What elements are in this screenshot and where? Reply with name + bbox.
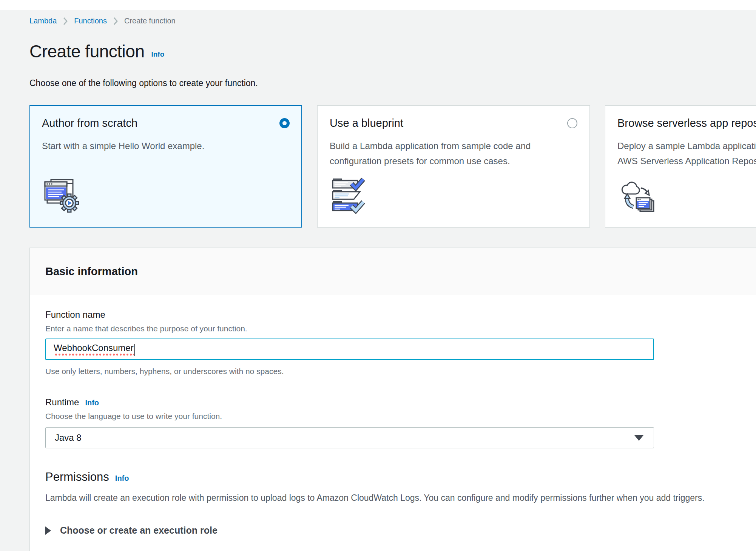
expand-triangle-icon xyxy=(45,526,51,535)
permissions-title: Permissions xyxy=(45,470,109,484)
dropdown-arrow-icon xyxy=(634,435,644,441)
radio-selected-icon[interactable] xyxy=(279,118,290,128)
intro-text: Choose one of the following options to c… xyxy=(29,78,756,88)
function-name-label: Function name xyxy=(45,309,756,320)
function-name-hint: Use only letters, numbers, hyphens, or u… xyxy=(45,367,756,376)
runtime-selected-value: Java 8 xyxy=(55,432,82,443)
card-description-line: Start with a simple Hello World example. xyxy=(42,139,290,154)
panel-title: Basic information xyxy=(45,265,138,278)
execution-role-expander[interactable]: Choose or create an execution role xyxy=(45,525,756,536)
card-title: Author from scratch xyxy=(42,117,137,129)
runtime-label: Runtime xyxy=(45,397,79,408)
card-description-line: AWS Serverless Application Repository xyxy=(617,154,756,169)
function-name-input[interactable]: WebhookConsumer xyxy=(45,339,654,360)
card-browse-serverless-app-repository[interactable]: Browse serverless app repository Deploy … xyxy=(605,105,756,228)
top-strip xyxy=(0,0,756,10)
basic-information-panel: Basic information Function name Enter a … xyxy=(29,248,756,551)
serverless-app-repository-icon xyxy=(617,177,756,217)
breadcrumb-lambda[interactable]: Lambda xyxy=(29,17,57,25)
radio-unselected-icon[interactable] xyxy=(567,118,577,128)
runtime-info-link[interactable]: Info xyxy=(85,399,99,407)
card-title: Browse serverless app repository xyxy=(617,117,756,129)
text-caret xyxy=(134,344,135,356)
blueprint-icon xyxy=(330,177,577,217)
creation-option-cards: Author from scratch Start with a simple … xyxy=(29,105,756,228)
execution-role-expander-label: Choose or create an execution role xyxy=(60,525,218,536)
card-description-line: configuration presets for common use cas… xyxy=(330,154,577,169)
title-info-link[interactable]: Info xyxy=(151,50,164,58)
author-from-scratch-icon xyxy=(42,177,290,217)
chevron-right-icon xyxy=(113,17,118,25)
breadcrumb-current: Create function xyxy=(124,17,176,25)
panel-header: Basic information xyxy=(30,248,756,295)
card-use-a-blueprint[interactable]: Use a blueprint Build a Lambda applicati… xyxy=(317,105,590,228)
card-author-from-scratch[interactable]: Author from scratch Start with a simple … xyxy=(29,105,302,228)
page-title: Create function xyxy=(29,41,144,62)
breadcrumb-functions[interactable]: Functions xyxy=(74,17,107,25)
card-title: Use a blueprint xyxy=(330,117,403,129)
chevron-right-icon xyxy=(63,17,68,25)
runtime-help: Choose the language to use to write your… xyxy=(45,412,756,421)
permissions-info-link[interactable]: Info xyxy=(115,474,129,483)
function-name-help: Enter a name that describes the purpose … xyxy=(45,324,756,333)
card-description-line: Build a Lambda application from sample c… xyxy=(330,139,577,154)
runtime-select[interactable]: Java 8 xyxy=(45,427,654,448)
permissions-description: Lambda will create an execution role wit… xyxy=(45,493,756,503)
breadcrumb: Lambda Functions Create function xyxy=(29,17,756,25)
card-description-line: Deploy a sample Lambda application from … xyxy=(617,139,756,154)
function-name-value: WebhookConsumer xyxy=(54,343,134,356)
